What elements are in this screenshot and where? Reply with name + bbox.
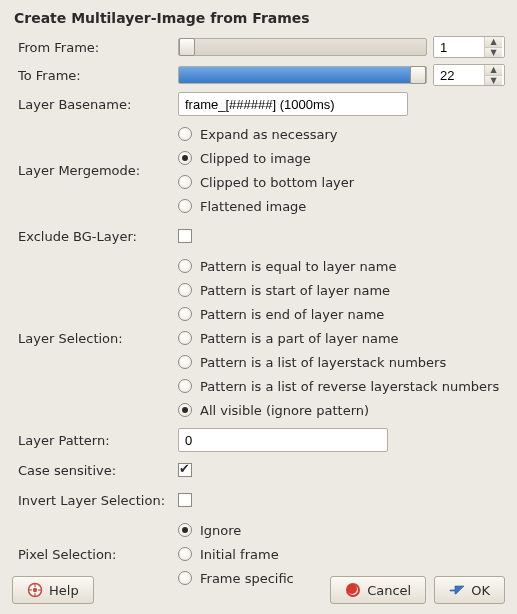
layerselection-option[interactable]: Pattern is start of layer name bbox=[178, 280, 505, 300]
option-label: Pattern is a list of reverse layerstack … bbox=[200, 379, 499, 394]
exclude-bg-checkbox[interactable] bbox=[178, 226, 505, 246]
option-label: Clipped to image bbox=[200, 151, 311, 166]
svg-point-1 bbox=[33, 588, 37, 592]
label-invert-selection: Invert Layer Selection: bbox=[12, 491, 172, 510]
label-layer-selection: Layer Selection: bbox=[12, 329, 172, 348]
option-label: Ignore bbox=[200, 523, 241, 538]
case-sensitive-checkbox[interactable] bbox=[178, 460, 505, 480]
ok-icon bbox=[449, 582, 465, 598]
option-label: Flattened image bbox=[200, 199, 306, 214]
layer-selection-group: Pattern is equal to layer name Pattern i… bbox=[178, 254, 505, 422]
pixelselection-option[interactable]: Ignore bbox=[178, 520, 505, 540]
option-label: Initial frame bbox=[200, 547, 279, 562]
help-button[interactable]: Help bbox=[12, 576, 94, 604]
checkbox-icon bbox=[178, 463, 192, 477]
checkbox-icon bbox=[178, 493, 192, 507]
radio-icon bbox=[178, 523, 192, 537]
label-exclude-bg: Exclude BG-Layer: bbox=[12, 227, 172, 246]
checkbox-icon bbox=[178, 229, 192, 243]
spinner-up-icon[interactable]: ▲ bbox=[485, 37, 502, 48]
layerselection-option[interactable]: Pattern is a part of layer name bbox=[178, 328, 505, 348]
to-frame-value[interactable] bbox=[434, 65, 484, 85]
radio-icon bbox=[178, 355, 192, 369]
spinner-up-icon[interactable]: ▲ bbox=[485, 65, 502, 76]
layerselection-option[interactable]: Pattern is a list of reverse layerstack … bbox=[178, 376, 505, 396]
button-label: OK bbox=[471, 583, 490, 598]
layerselection-option[interactable]: Pattern is equal to layer name bbox=[178, 256, 505, 276]
mergemode-option[interactable]: Clipped to image bbox=[178, 148, 505, 168]
label-pixel-selection: Pixel Selection: bbox=[12, 545, 172, 564]
radio-icon bbox=[178, 403, 192, 417]
option-label: Pattern is a part of layer name bbox=[200, 331, 399, 346]
layerselection-option[interactable]: All visible (ignore pattern) bbox=[178, 400, 505, 420]
label-layer-basename: Layer Basename: bbox=[12, 95, 172, 114]
pixelselection-option[interactable]: Initial frame bbox=[178, 544, 505, 564]
layerselection-option[interactable]: Pattern is end of layer name bbox=[178, 304, 505, 324]
cancel-button[interactable]: Cancel bbox=[330, 576, 426, 604]
mergemode-option[interactable]: Flattened image bbox=[178, 196, 505, 216]
from-frame-value[interactable] bbox=[434, 37, 484, 57]
mergemode-option[interactable]: Expand as necessary bbox=[178, 124, 505, 144]
button-label: Cancel bbox=[367, 583, 411, 598]
layerselection-option[interactable]: Pattern is a list of layerstack numbers bbox=[178, 352, 505, 372]
option-label: Pattern is end of layer name bbox=[200, 307, 384, 322]
from-frame-spinner[interactable]: ▲ ▼ bbox=[433, 36, 505, 58]
radio-icon bbox=[178, 199, 192, 213]
help-icon bbox=[27, 582, 43, 598]
option-label: Pattern is a list of layerstack numbers bbox=[200, 355, 446, 370]
option-label: All visible (ignore pattern) bbox=[200, 403, 369, 418]
from-frame-slider[interactable] bbox=[178, 38, 427, 56]
cancel-icon bbox=[345, 582, 361, 598]
to-frame-spinner[interactable]: ▲ ▼ bbox=[433, 64, 505, 86]
to-frame-slider[interactable] bbox=[178, 66, 427, 84]
label-to-frame: To Frame: bbox=[12, 66, 172, 85]
mergemode-option[interactable]: Clipped to bottom layer bbox=[178, 172, 505, 192]
invert-selection-checkbox[interactable] bbox=[178, 490, 505, 510]
option-label: Clipped to bottom layer bbox=[200, 175, 354, 190]
radio-icon bbox=[178, 283, 192, 297]
spinner-down-icon[interactable]: ▼ bbox=[485, 76, 502, 86]
option-label: Expand as necessary bbox=[200, 127, 338, 142]
radio-icon bbox=[178, 151, 192, 165]
radio-icon bbox=[178, 307, 192, 321]
label-case-sensitive: Case sensitive: bbox=[12, 461, 172, 480]
radio-icon bbox=[178, 175, 192, 189]
radio-icon bbox=[178, 331, 192, 345]
label-layer-mergemode: Layer Mergemode: bbox=[12, 161, 172, 180]
radio-icon bbox=[178, 379, 192, 393]
button-label: Help bbox=[49, 583, 79, 598]
radio-icon bbox=[178, 547, 192, 561]
radio-icon bbox=[178, 127, 192, 141]
label-layer-pattern: Layer Pattern: bbox=[12, 431, 172, 450]
option-label: Pattern is equal to layer name bbox=[200, 259, 396, 274]
option-label: Pattern is start of layer name bbox=[200, 283, 390, 298]
dialog-title: Create Multilayer-Image from Frames bbox=[14, 10, 505, 26]
spinner-down-icon[interactable]: ▼ bbox=[485, 48, 502, 58]
layer-pattern-input[interactable] bbox=[178, 428, 388, 452]
ok-button[interactable]: OK bbox=[434, 576, 505, 604]
radio-icon bbox=[178, 259, 192, 273]
label-from-frame: From Frame: bbox=[12, 38, 172, 57]
layer-basename-input[interactable] bbox=[178, 92, 408, 116]
layer-mergemode-group: Expand as necessary Clipped to image Cli… bbox=[178, 122, 505, 218]
